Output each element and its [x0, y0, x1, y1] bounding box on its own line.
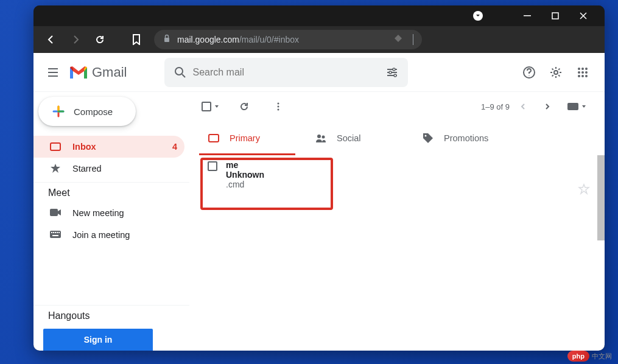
php-badge: php [567, 351, 589, 362]
svg-rect-25 [58, 232, 60, 233]
bookmark-button[interactable] [126, 29, 147, 50]
sidebar-item-inbox[interactable]: Inbox 4 [33, 136, 184, 158]
svg-point-15 [578, 75, 580, 77]
email-subject: Unknown [226, 170, 578, 180]
signin-button[interactable]: Sign in [43, 329, 153, 351]
tab-label: Social [337, 133, 361, 143]
search-icon[interactable] [168, 60, 192, 85]
tab-primary[interactable]: Primary [199, 121, 306, 155]
compose-icon [52, 105, 65, 118]
address-bar[interactable]: mail.google.com/mail/u/0/#inbox [154, 30, 422, 49]
browser-window: mail.google.com/mail/u/0/#inbox G [33, 5, 605, 351]
svg-rect-20 [50, 231, 61, 238]
svg-rect-21 [51, 232, 52, 233]
email-row[interactable]: me Unknown .cmd [199, 155, 605, 203]
meet-item-label: New meeting [72, 208, 124, 218]
sidebar-item-label: Inbox [72, 142, 161, 152]
svg-rect-22 [53, 232, 54, 233]
tab-social[interactable]: Social [306, 121, 413, 155]
svg-rect-31 [209, 135, 219, 142]
sidebar: Compose Inbox 4 Starred Meet [33, 92, 189, 351]
camera-icon [49, 208, 61, 219]
help-button[interactable] [517, 60, 541, 85]
search-options-icon[interactable] [380, 60, 404, 85]
lock-icon [163, 34, 171, 45]
settings-button[interactable] [544, 60, 568, 85]
tab-promotions[interactable]: Promotions [413, 121, 521, 155]
join-meeting-button[interactable]: Join a meeting [33, 224, 189, 246]
svg-rect-2 [164, 38, 169, 42]
people-icon [315, 132, 327, 144]
svg-point-28 [278, 106, 279, 108]
svg-point-5 [389, 71, 392, 74]
gmail-header: Gmail [33, 53, 605, 92]
pagination-text: 1–9 of 9 [481, 102, 510, 111]
svg-point-34 [425, 135, 427, 137]
compose-button[interactable]: Compose [38, 97, 136, 126]
minimize-button[interactable] [513, 6, 541, 26]
gmail-body: Compose Inbox 4 Starred Meet [33, 92, 605, 351]
watermark: php 中文网 [567, 351, 612, 362]
inbox-count: 4 [172, 142, 177, 152]
gmail-app: Gmail [33, 53, 605, 351]
star-button[interactable] [578, 183, 590, 198]
cursor-indicator [413, 34, 413, 45]
svg-rect-26 [52, 235, 58, 236]
gmail-logo-icon [69, 65, 88, 80]
reload-button[interactable] [90, 29, 110, 50]
select-all-checkbox[interactable] [199, 99, 222, 114]
sidebar-item-starred[interactable]: Starred [33, 158, 184, 180]
svg-rect-1 [552, 13, 558, 19]
gmail-logo-text: Gmail [92, 65, 127, 80]
compose-label: Compose [74, 107, 113, 117]
inbox-icon [49, 141, 61, 152]
refresh-button[interactable] [232, 94, 256, 119]
hangouts-title: Hangouts [33, 305, 189, 325]
email-checkbox[interactable] [208, 161, 217, 171]
next-page-button[interactable] [536, 96, 558, 117]
url-text: mail.google.com/mail/u/0/#inbox [177, 35, 299, 44]
header-actions [517, 60, 600, 85]
svg-point-14 [585, 71, 588, 74]
svg-point-10 [581, 68, 584, 70]
maximize-button[interactable] [541, 6, 569, 26]
search-box[interactable] [164, 58, 408, 87]
email-sender: me [226, 160, 578, 170]
svg-rect-18 [51, 143, 60, 150]
hangouts-section: Hangouts Sign in [33, 303, 189, 351]
svg-point-4 [393, 68, 395, 71]
tab-label: Promotions [444, 133, 488, 143]
input-tools-button[interactable] [566, 96, 588, 117]
svg-point-3 [175, 68, 183, 75]
svg-point-9 [578, 68, 580, 70]
sidebar-item-label: Starred [72, 164, 177, 173]
svg-point-27 [278, 103, 279, 105]
toolbar: 1–9 of 9 [199, 92, 605, 121]
meet-item-label: Join a meeting [72, 230, 130, 240]
apps-button[interactable] [571, 60, 595, 85]
back-button[interactable] [41, 29, 61, 50]
meet-section-title: Meet [33, 182, 189, 202]
svg-rect-30 [567, 103, 578, 110]
gmail-logo[interactable]: Gmail [69, 65, 127, 80]
svg-point-29 [278, 109, 279, 111]
svg-rect-19 [50, 209, 58, 216]
chevron-down-icon [214, 103, 220, 110]
email-list: me Unknown .cmd [199, 155, 605, 351]
svg-point-33 [322, 136, 325, 139]
svg-rect-23 [55, 232, 56, 233]
main-menu-button[interactable] [38, 58, 68, 87]
close-button[interactable] [569, 6, 597, 26]
search-input[interactable] [192, 67, 380, 78]
pagination: 1–9 of 9 [481, 96, 588, 117]
tab-indicator-icon[interactable] [473, 11, 483, 21]
reader-icon[interactable] [393, 33, 403, 46]
new-meeting-button[interactable]: New meeting [33, 202, 189, 224]
more-button[interactable] [266, 94, 290, 119]
svg-point-12 [578, 71, 580, 74]
forward-button[interactable] [65, 29, 86, 50]
scrollbar[interactable] [597, 155, 605, 240]
prev-page-button[interactable] [512, 96, 534, 117]
watermark-text: 中文网 [592, 352, 612, 361]
keyboard-icon [49, 230, 61, 240]
